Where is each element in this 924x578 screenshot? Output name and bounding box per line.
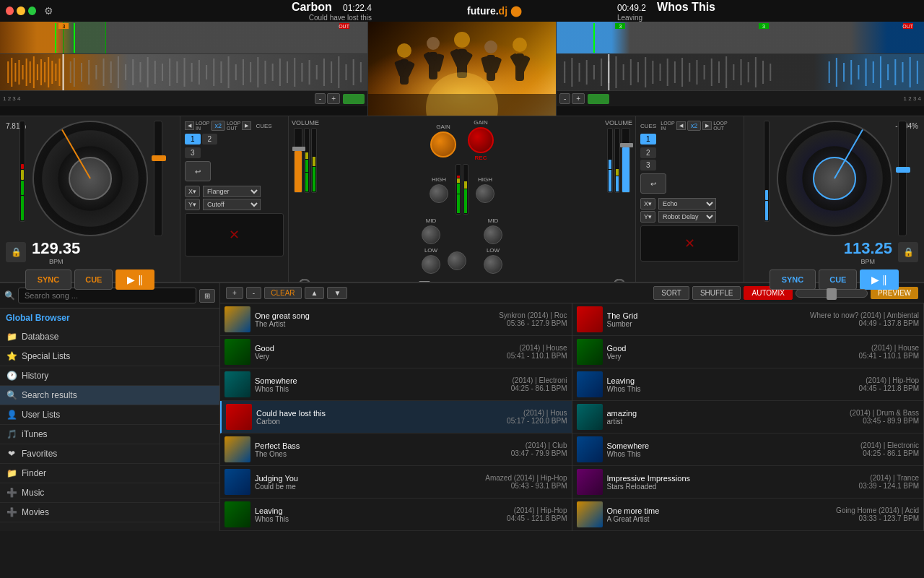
close-button[interactable]	[6, 7, 14, 15]
low-knob-right[interactable]	[484, 255, 502, 274]
plus-btn-b[interactable]: +	[572, 93, 585, 104]
x2-btn-b[interactable]: x2	[687, 121, 702, 131]
cue-slot-2a[interactable]: 2	[202, 134, 218, 144]
deck-a-turntable[interactable]	[32, 121, 148, 236]
sidebar-item-search-results[interactable]: 🔍 Search results	[0, 386, 219, 405]
deck-a-lock[interactable]: 🔒	[6, 242, 26, 262]
minimize-button[interactable]	[17, 7, 25, 15]
maximize-button[interactable]	[28, 7, 36, 15]
automix-slider[interactable]	[796, 289, 868, 298]
song-row[interactable]: LeavingWhos This(2014) | Hip-Hop04:45 - …	[572, 368, 924, 401]
sidebar-item-user-lists[interactable]: 👤 User Lists	[0, 405, 219, 425]
fx-flanger-select[interactable]: Flanger	[203, 186, 261, 197]
mid-knob-left[interactable]	[422, 225, 440, 244]
fx-x-a[interactable]: X▾	[185, 186, 200, 197]
move-up-btn[interactable]: ▲	[305, 287, 325, 299]
fx-x-b[interactable]: X▾	[640, 198, 655, 210]
sidebar-item-history[interactable]: 🕐 History	[0, 366, 219, 386]
song-row[interactable]: One more timeA Great ArtistGoing Home (2…	[572, 499, 924, 531]
fx-echo-select[interactable]: Echo	[658, 198, 716, 210]
deck-b-fx-panel: CUES LOOPIN ◀ x2 ▶ LOOPOUT 1 2 3 ↩ X▾ Ec…	[635, 116, 744, 282]
gear-icon[interactable]: ⚙	[39, 0, 59, 22]
search-input[interactable]	[18, 288, 196, 303]
right-gain-knob[interactable]	[468, 127, 494, 153]
deck-a-play[interactable]: ▶ ‖	[116, 269, 154, 290]
song-row[interactable]: Perfect BassThe Ones(2014) | Club03:47 -…	[220, 434, 572, 466]
minus-btn-a[interactable]: -	[315, 93, 326, 104]
loop-in-left-btn-b[interactable]: ◀	[676, 121, 686, 130]
deck-a-waveform-top[interactable]: 3 OUT	[0, 22, 368, 116]
clear-btn[interactable]: CLEAR	[264, 287, 301, 299]
song-row[interactable]: LeavingWhos This(2014) | Hip-Hop04:45 - …	[220, 499, 572, 531]
deck-b-sync[interactable]: SYNC	[770, 269, 816, 290]
song-row[interactable]: GoodVery(2014) | House05:41 - 110.1 BPM	[220, 336, 572, 368]
deck-a-cue[interactable]: CUE	[74, 269, 113, 290]
sidebar-item-itunes[interactable]: 🎵 iTunes	[0, 425, 219, 444]
fx-y-a[interactable]: Y▾	[185, 199, 200, 210]
shuffle-btn[interactable]: SHUFFLE	[692, 286, 741, 300]
loop-in-left-btn[interactable]: ◀	[185, 121, 194, 130]
remove-track-btn[interactable]: -	[246, 287, 261, 299]
svg-rect-85	[586, 60, 588, 85]
deck-b-pitch-slider[interactable]	[898, 121, 907, 236]
sidebar-item-database[interactable]: 📁 Database	[0, 327, 219, 347]
deck-a-pitch-slider[interactable]	[154, 121, 162, 236]
song-row[interactable]: amazingartist(2014) | Drum & Bass03:45 -…	[572, 401, 924, 434]
sidebar-item-movies[interactable]: ➕ Movies	[0, 503, 219, 522]
folder-icon: 📁	[6, 331, 17, 342]
svg-rect-83	[571, 58, 572, 87]
headphone-right-icon[interactable]: 🎧	[612, 278, 627, 282]
deck-b-turntable[interactable]	[777, 121, 892, 236]
cue-slot-2b[interactable]: 2	[640, 147, 656, 158]
cue-slot-3a[interactable]: 3	[185, 147, 201, 158]
low-crossfader-knob[interactable]	[448, 251, 466, 270]
song-row[interactable]: GoodVery(2014) | House05:41 - 110.1 BPM	[572, 336, 924, 368]
music-icon: 🎵	[6, 428, 17, 440]
song-row[interactable]: One great songThe ArtistSynkron (2014) |…	[220, 303, 572, 336]
song-row[interactable]: Impressive ImpressionsStars Reloaded(201…	[572, 466, 924, 499]
high-knob-left[interactable]	[430, 184, 448, 203]
sort-btn[interactable]: SORT	[653, 286, 689, 300]
sidebar-item-favorites[interactable]: ❤ Favorites	[0, 444, 219, 464]
low-knob-left[interactable]	[422, 255, 440, 274]
sidebar-item-finder[interactable]: 📁 Finder	[0, 464, 219, 483]
fx-robot-select[interactable]: Robot Delay	[658, 211, 716, 223]
x2-btn-a[interactable]: x2	[211, 121, 225, 131]
deck-b-lock[interactable]: 🔒	[898, 242, 918, 262]
song-row[interactable]: Could have lost thisCarbon(2014) | Hous0…	[220, 401, 572, 434]
deck-b-waveform-top[interactable]: 3 3 OUT	[556, 22, 924, 116]
high-knob-right[interactable]	[476, 184, 494, 203]
fx-cutoff-select[interactable]: Cutoff	[203, 199, 261, 210]
song-row[interactable]: Judging YouCould be meAmazed (2014) | Hi…	[220, 466, 572, 499]
headphone-left-icon[interactable]: 🎧	[297, 278, 312, 282]
svg-rect-4	[18, 60, 19, 85]
plus-btn-a[interactable]: +	[327, 93, 340, 104]
loop-out-right-btn-b[interactable]: ▶	[702, 121, 712, 130]
deck-b-play[interactable]: ▶ ‖	[860, 269, 899, 290]
cue-big-b[interactable]: ↩	[640, 173, 666, 194]
song-row[interactable]: SomewhereWhos This(2014) | Electronic04:…	[572, 434, 924, 466]
mid-knob-right[interactable]	[484, 225, 502, 244]
sidebar-item-special-lists[interactable]: ⭐ Special Lists	[0, 347, 219, 366]
song-row[interactable]: The GridSumberWhere to now? (2014) | Amb…	[572, 303, 924, 336]
deck-a-sync[interactable]: SYNC	[25, 269, 72, 290]
fx-y-b[interactable]: Y▾	[640, 211, 655, 223]
cue-slot-1b[interactable]: 1	[640, 134, 656, 144]
deck-b-cue[interactable]: CUE	[819, 269, 857, 290]
cue-slot-3b[interactable]: 3	[640, 160, 656, 171]
sidebar-item-music[interactable]: ➕ Music	[0, 483, 219, 503]
music-folder-icon: ➕	[6, 487, 17, 499]
add-track-btn[interactable]: +	[226, 287, 243, 299]
loop-out-right-btn[interactable]: ▶	[242, 121, 251, 130]
cue-big-a[interactable]: ↩	[185, 161, 211, 181]
cue-slot-1a[interactable]: 1	[185, 134, 201, 144]
song-row[interactable]: SomewhereWhos This(2014) | Electroni04:2…	[220, 368, 572, 401]
song-artist: Very	[255, 353, 502, 361]
collection-btn[interactable]: ⊞	[199, 289, 215, 303]
left-gain-knob[interactable]	[430, 131, 456, 158]
left-volume-fader[interactable]	[294, 128, 302, 193]
move-down-btn[interactable]: ▼	[327, 287, 347, 299]
window-controls: ⚙	[0, 0, 65, 22]
minus-btn-b[interactable]: -	[559, 93, 570, 104]
right-volume-fader[interactable]	[622, 128, 630, 193]
